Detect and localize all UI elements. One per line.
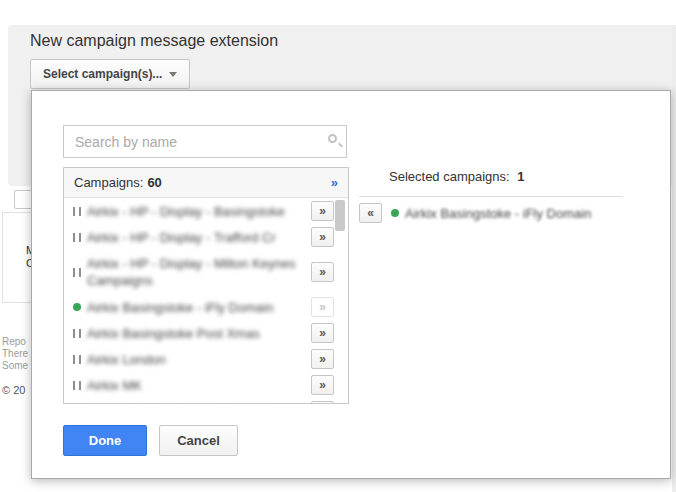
campaign-name: Airkix - HP - Display - Basingstoke: [87, 204, 305, 219]
add-campaign-button-disabled: »: [311, 297, 334, 317]
campaign-name: Airkix Basingstoke Post Xmas: [87, 326, 305, 341]
campaign-picker-dialog: Campaigns: 60 » Airkix - HP - Display - …: [31, 90, 671, 479]
remove-campaign-button[interactable]: «: [359, 203, 382, 223]
campaigns-list: Airkix - HP - Display - Basingstoke » Ai…: [64, 198, 348, 404]
campaign-name: Airkix Basingstoke - iFly Domain: [87, 300, 305, 315]
paused-status-icon: [73, 381, 81, 390]
done-button[interactable]: Done: [63, 425, 147, 456]
campaign-row: Airkix - HP - Display - Basingstoke »: [64, 198, 348, 224]
campaign-row: Airkix - HP - Display - Trafford Cr »: [64, 224, 348, 250]
campaign-row: Airkix - HP - Display - Milton Keynes Ca…: [64, 250, 348, 294]
campaign-row: Airkix Indoor Sky Diving - iFly Dom »: [64, 398, 348, 404]
search-field-wrap: [63, 125, 347, 158]
campaign-name: Airkix - HP - Display - Milton Keynes Ca…: [87, 255, 305, 289]
search-input[interactable]: [63, 125, 347, 158]
campaigns-list-panel: Campaigns: 60 » Airkix - HP - Display - …: [63, 167, 349, 404]
select-campaigns-button-label: Select campaign(s)...: [43, 67, 162, 81]
add-campaign-button[interactable]: »: [311, 201, 334, 221]
page-title: New campaign message extension: [30, 32, 278, 50]
background-right-strip: [672, 25, 676, 492]
add-campaign-button[interactable]: »: [311, 262, 334, 282]
add-campaign-button[interactable]: »: [311, 349, 334, 369]
campaigns-count: 60: [147, 175, 161, 190]
add-campaign-button[interactable]: »: [311, 227, 334, 247]
campaigns-list-scrollbar[interactable]: [335, 200, 345, 231]
campaign-name: Airkix - HP - Display - Trafford Cr: [87, 230, 305, 245]
page: New campaign message extension Select ca…: [0, 0, 676, 492]
campaign-row: Airkix Basingstoke Post Xmas »: [64, 320, 348, 346]
selected-header-label: Selected campaigns:: [389, 169, 510, 184]
selected-count: 1: [517, 169, 524, 184]
campaign-row: Airkix Basingstoke - iFly Domain »: [64, 294, 348, 320]
campaign-row: Airkix MK »: [64, 372, 348, 398]
campaigns-header-label: Campaigns:: [74, 175, 143, 190]
select-campaigns-button[interactable]: Select campaign(s)...: [30, 59, 190, 89]
paused-status-icon: [73, 268, 81, 277]
add-campaign-button[interactable]: »: [311, 401, 334, 404]
selected-campaigns-header: Selected campaigns: 1: [389, 169, 525, 184]
campaign-name: Airkix Indoor Sky Diving - iFly Dom: [87, 404, 305, 405]
add-all-campaigns-button[interactable]: »: [331, 175, 338, 190]
selected-panel-divider: [359, 196, 623, 197]
enabled-status-icon: [391, 209, 399, 217]
paused-status-icon: [73, 207, 81, 216]
search-icon: [328, 134, 337, 143]
paused-status-icon: [73, 233, 81, 242]
cancel-button[interactable]: Cancel: [159, 425, 238, 456]
add-campaign-button[interactable]: »: [311, 323, 334, 343]
background-copyright: © 20: [2, 384, 25, 396]
campaign-name: Airkix London: [87, 352, 305, 367]
campaign-row: Airkix London »: [64, 346, 348, 372]
paused-status-icon: [73, 329, 81, 338]
campaign-name: Airkix MK: [87, 378, 305, 393]
selected-campaign-row: « Airkix Basingstoke - iFly Domain: [359, 203, 659, 223]
caret-down-icon: [169, 72, 177, 77]
background-footer-text: Repo There Some: [2, 336, 28, 372]
selected-campaign-name: Airkix Basingstoke - iFly Domain: [405, 206, 591, 221]
paused-status-icon: [73, 355, 81, 364]
add-campaign-button[interactable]: »: [311, 375, 334, 395]
enabled-status-icon: [73, 303, 81, 311]
campaigns-list-header: Campaigns: 60 »: [64, 168, 348, 198]
